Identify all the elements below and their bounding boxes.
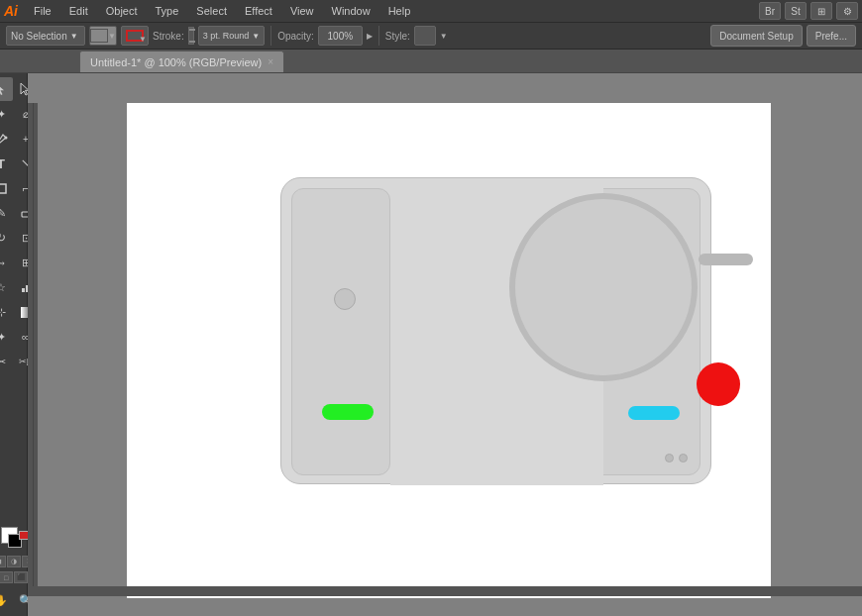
menu-type[interactable]: Type — [148, 3, 187, 19]
selection-dropdown[interactable]: No Selection ▼ — [6, 26, 85, 46]
preferences-button[interactable]: Prefe... — [807, 25, 856, 47]
chevron-down-icon: ▼ — [108, 32, 116, 41]
weight-dropdown[interactable]: 3 pt. Round ▼ — [198, 26, 265, 46]
ps1-power-button — [697, 362, 740, 406]
ps1-disc-area — [509, 193, 698, 381]
menu-effect[interactable]: Effect — [237, 3, 280, 19]
ps1-small-button — [334, 288, 356, 310]
menu-bar: Ai File Edit Object Type Select Effect V… — [0, 0, 862, 22]
menu-edit[interactable]: Edit — [61, 3, 96, 19]
extra-icon[interactable]: ⚙ — [836, 2, 858, 20]
ps1-blue-button — [628, 406, 680, 420]
chevron-down-icon: ▼ — [70, 32, 78, 41]
vertical-ruler — [28, 103, 38, 596]
chevron-down-icon: ▼ — [139, 35, 147, 44]
svg-rect-5 — [22, 288, 25, 292]
hand-tool[interactable]: ✋ — [0, 588, 13, 612]
ps1-body — [280, 177, 711, 484]
svg-point-2 — [4, 136, 7, 139]
symbol-tool[interactable]: ☆ — [0, 275, 13, 299]
ps1-left-panel — [291, 188, 390, 475]
svg-rect-3 — [0, 184, 6, 193]
rotate-tool[interactable]: ↻ — [0, 226, 13, 250]
ps1-center — [390, 178, 603, 485]
pen-tool[interactable] — [0, 127, 13, 151]
canvas-area — [28, 73, 862, 616]
menu-object[interactable]: Object — [98, 3, 146, 19]
menu-file[interactable]: File — [26, 3, 59, 19]
document-setup-button[interactable]: Document Setup — [710, 25, 803, 47]
mesh-tool[interactable]: ⊹ — [0, 300, 13, 324]
menu-view[interactable]: View — [282, 3, 322, 19]
ps1-memory-slot — [665, 454, 688, 462]
rectangle-tool[interactable] — [0, 176, 13, 200]
pencil-tool[interactable]: ✎ — [0, 201, 13, 225]
menu-window[interactable]: Window — [324, 3, 378, 19]
left-toolbar: ✦ ⌀ + T | ⌐ ✎ ↻ ⊡ — [0, 73, 28, 616]
chevron-down-icon: ▼ — [440, 32, 448, 41]
opacity-value[interactable]: 100% — [318, 26, 363, 46]
ps1-disc-indent — [699, 254, 753, 265]
color-mode-button[interactable]: ◼ — [0, 556, 6, 567]
tab-bar: Untitled-1* @ 100% (RGB/Preview) × — [0, 50, 862, 73]
tab-document[interactable]: Untitled-1* @ 100% (RGB/Preview) × — [79, 51, 284, 72]
fill-color[interactable]: ▼ — [89, 26, 117, 46]
stroke-color[interactable]: ▼ — [121, 26, 149, 46]
stock-icon[interactable]: St — [785, 2, 807, 20]
full-screen-button[interactable]: ⬛ — [14, 571, 28, 583]
magic-wand-tool[interactable]: ✦ — [0, 102, 13, 126]
color-swatch-area[interactable] — [1, 527, 27, 553]
menu-select[interactable]: Select — [188, 3, 235, 19]
grid-icon[interactable]: ⊞ — [810, 2, 832, 20]
menu-help[interactable]: Help — [380, 3, 419, 19]
ps1-illustration — [280, 177, 711, 494]
stroke-label: Stroke: — [153, 31, 184, 42]
memory-dot-2 — [679, 454, 688, 462]
close-icon[interactable]: × — [268, 56, 273, 67]
svg-marker-0 — [0, 83, 4, 95]
chevron-down-icon: ▼ — [252, 32, 260, 41]
gradient-mode-button[interactable]: ◑ — [7, 556, 21, 567]
slice-tool[interactable]: ✂ — [0, 350, 13, 373]
opacity-arrow[interactable]: ▶ — [367, 32, 373, 41]
change-screen-mode-button[interactable]: □ — [0, 571, 13, 583]
horizontal-ruler — [28, 586, 862, 596]
options-toolbar: No Selection ▼ ▼ ▼ Stroke: 3 pt. Round ▼… — [0, 22, 862, 50]
opacity-label: Opacity: — [277, 31, 314, 42]
memory-dot-1 — [665, 454, 674, 462]
style-label: Style: — [385, 31, 410, 42]
bridge-icon[interactable]: Br — [759, 2, 781, 20]
tab-title: Untitled-1* @ 100% (RGB/Preview) — [90, 56, 262, 68]
app-icons: Br St ⊞ ⚙ — [759, 2, 858, 20]
style-box[interactable] — [414, 26, 436, 46]
app-logo: Ai — [4, 3, 18, 19]
eyedropper-tool[interactable]: ✦ — [0, 325, 13, 349]
ps1-green-button — [322, 404, 374, 420]
main-area: ✦ ⌀ + T | ⌐ ✎ ↻ ⊡ — [0, 73, 862, 616]
selection-tool[interactable] — [0, 77, 13, 101]
warp-tool[interactable]: ⤷ — [0, 251, 13, 274]
